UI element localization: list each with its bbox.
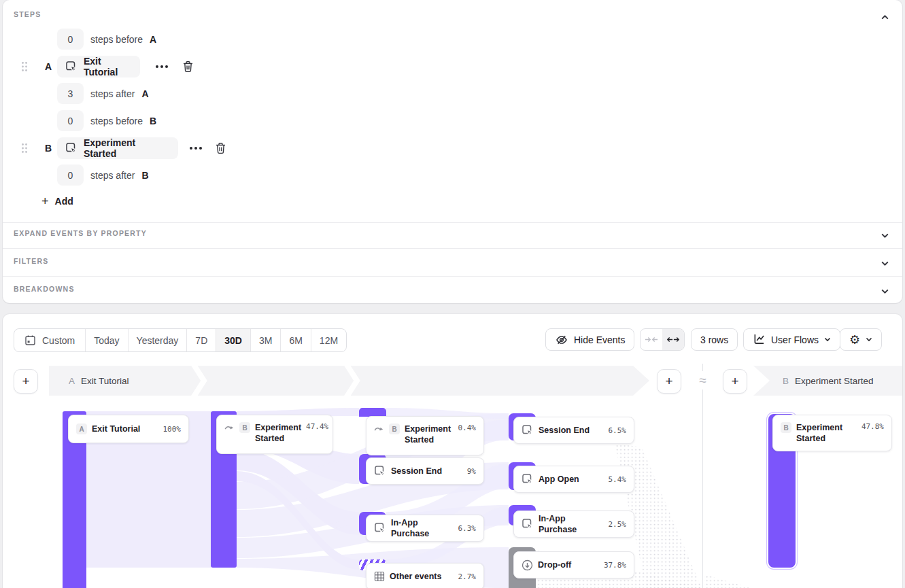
steps-after-b-input[interactable]: 0: [57, 165, 84, 186]
approx-symbol: ≈: [694, 371, 712, 390]
steps-after-b-label: steps after B: [90, 165, 149, 186]
steps-section-title: STEPS: [14, 10, 41, 18]
flow-node-session-end-65[interactable]: Session End 6.5%: [513, 417, 634, 444]
steps-before-b-label: steps before B: [90, 110, 156, 131]
step-b-event-button[interactable]: Experiment Started: [57, 137, 178, 159]
step-ref-b: B: [150, 116, 156, 126]
step-badge-b: B: [781, 422, 791, 433]
chevron-down-icon[interactable]: [881, 285, 890, 292]
event-click-icon: [522, 473, 534, 485]
add-step-button[interactable]: + Add: [41, 195, 73, 207]
trend-arrow-icon: [224, 424, 235, 432]
event-click-icon: [65, 60, 78, 73]
step-b-event-label: Experiment Started: [84, 137, 170, 159]
flow-node-in-app-purchase-25[interactable]: In-App Purchase 2.5%: [513, 511, 634, 538]
chevron-up-icon[interactable]: [881, 11, 890, 18]
flow-node-in-app-purchase-63[interactable]: In-App Purchase 6.3%: [366, 515, 484, 542]
event-click-icon: [374, 522, 386, 534]
steps-after-a-label: steps after A: [90, 83, 149, 104]
flow-node-experiment-started-final[interactable]: B Experiment Started 47.8%: [772, 415, 892, 451]
step-badge-a: A: [76, 423, 87, 434]
step-b-letter: B: [45, 143, 52, 154]
flow-node-drop-off[interactable]: Drop-off 37.8%: [513, 551, 634, 578]
drag-handle-icon[interactable]: [21, 61, 28, 72]
more-options-icon[interactable]: [188, 144, 203, 152]
delete-step-a-icon[interactable]: [182, 60, 194, 73]
delete-step-b-icon[interactable]: [214, 141, 226, 154]
flow-node-other-events[interactable]: Other events 2.7%: [366, 563, 484, 588]
steps-after-a-input[interactable]: 3: [57, 83, 84, 104]
section-divider: [3, 222, 902, 223]
step-ref-a: A: [141, 88, 148, 99]
step-badge-b: B: [389, 423, 400, 434]
step-ref-b: B: [141, 170, 148, 181]
event-click-icon: [522, 518, 534, 530]
steps-before-a-input[interactable]: 0: [57, 29, 84, 50]
more-options-icon[interactable]: [154, 63, 169, 71]
add-step-label: Add: [55, 196, 73, 207]
drop-off-icon: [522, 559, 533, 571]
expand-by-property-section[interactable]: EXPAND EVENTS BY PROPERTY: [14, 229, 147, 237]
step-ref-a: A: [150, 34, 156, 45]
flow-node-experiment-started-47[interactable]: B Experiment Started 47.4%: [216, 415, 333, 454]
steps-before-b-input[interactable]: 0: [57, 110, 84, 131]
chevron-down-icon[interactable]: [881, 257, 890, 264]
event-click-icon: [65, 142, 78, 154]
grid-icon: [374, 571, 385, 582]
event-click-icon: [374, 465, 386, 477]
user-flows-page: { "panel": { "steps": { "title": "STEPS"…: [0, 0, 905, 588]
query-builder-panel: STEPS 0 steps before A A Exit Tutorial 3…: [3, 0, 902, 303]
breakdowns-section[interactable]: BREAKDOWNS: [14, 285, 75, 293]
step-a-letter: A: [45, 61, 52, 72]
section-divider: [3, 248, 902, 249]
steps-before-a-label: steps before A: [90, 29, 156, 50]
flow-node-session-end-9[interactable]: Session End 9%: [366, 457, 484, 485]
step-a-event-label: Exit Tutorial: [84, 56, 132, 77]
trend-arrow-icon: [374, 426, 384, 433]
visualization-panel: Custom Today Yesterday 7D 30D 3M 6M 12M …: [3, 314, 902, 588]
step-badge-b: B: [239, 422, 250, 433]
flow-node-app-open[interactable]: App Open 5.4%: [513, 466, 634, 493]
drag-handle-icon[interactable]: [21, 143, 28, 154]
event-click-icon: [522, 424, 534, 436]
step-a-event-button[interactable]: Exit Tutorial: [57, 56, 140, 77]
section-divider: [3, 276, 902, 277]
plus-icon: +: [41, 195, 49, 207]
chevron-down-icon[interactable]: [881, 229, 890, 236]
flow-node-experiment-started-04[interactable]: B Experiment Started 0.4%: [366, 416, 484, 455]
flow-node-exit-tutorial[interactable]: A Exit Tutorial 100%: [68, 415, 189, 443]
filters-section[interactable]: FILTERS: [14, 257, 48, 265]
